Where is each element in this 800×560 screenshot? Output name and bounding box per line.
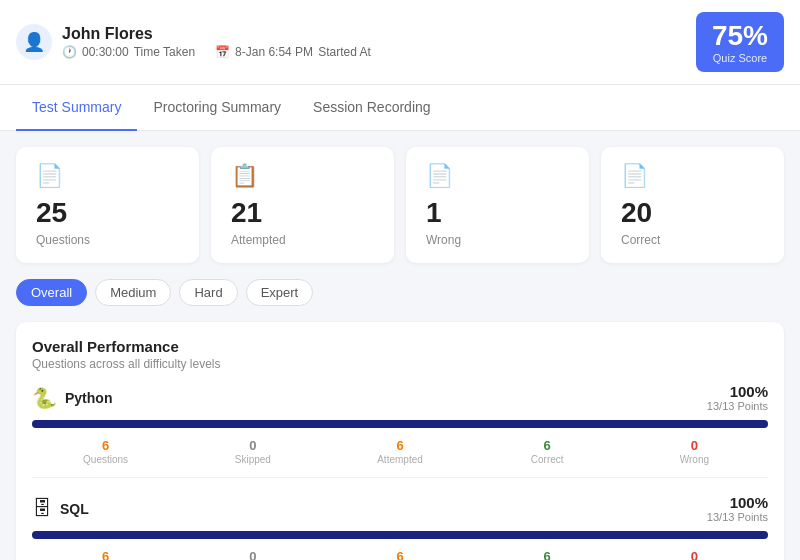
calendar-icon: 📅 xyxy=(215,45,230,59)
wrong-number: 1 xyxy=(426,197,569,229)
sql-name: SQL xyxy=(60,501,89,517)
python-correct-label: Correct xyxy=(474,454,621,465)
tab-session-recording[interactable]: Session Recording xyxy=(297,85,447,131)
user-info: 👤 John Flores 🕐 00:30:00 Time Taken 📅 8-… xyxy=(16,24,371,60)
stat-card-wrong: 📄 1 Wrong xyxy=(406,147,589,263)
attempted-label: Attempted xyxy=(231,233,374,247)
subject-sql-right: 100% 13/13 Points xyxy=(707,494,768,523)
python-stat-correct: 6 Correct xyxy=(474,438,621,465)
python-stat-attempted: 6 Attempted xyxy=(326,438,473,465)
performance-title: Overall Performance xyxy=(32,338,768,355)
python-stat-skipped: 0 Skipped xyxy=(179,438,326,465)
subject-python-header: 🐍 Python 100% 13/13 Points xyxy=(32,383,768,412)
filter-hard[interactable]: Hard xyxy=(179,279,237,306)
correct-number: 20 xyxy=(621,197,764,229)
sql-stats: 6 Questions 0 Skipped 6 Attempted 6 Corr… xyxy=(32,549,768,560)
subject-sql-left: 🗄 SQL xyxy=(32,497,89,520)
attempted-number: 21 xyxy=(231,197,374,229)
subject-sql-header: 🗄 SQL 100% 13/13 Points xyxy=(32,494,768,523)
tabs: Test Summary Proctoring Summary Session … xyxy=(0,85,800,131)
subject-python: 🐍 Python 100% 13/13 Points 6 Questions 0 xyxy=(32,383,768,478)
sql-skipped-val: 0 xyxy=(179,549,326,560)
started-at-value: 8-Jan 6:54 PM xyxy=(235,45,313,59)
sql-stat-wrong: 0 Wrong xyxy=(621,549,768,560)
python-wrong-label: Wrong xyxy=(621,454,768,465)
python-progress-bg xyxy=(32,420,768,428)
python-attempted-val: 6 xyxy=(326,438,473,453)
sql-stat-questions: 6 Questions xyxy=(32,549,179,560)
sql-correct-val: 6 xyxy=(474,549,621,560)
python-correct-val: 6 xyxy=(474,438,621,453)
started-at: 📅 8-Jan 6:54 PM Started At xyxy=(215,45,371,59)
python-questions-val: 6 xyxy=(32,438,179,453)
main-content: 📄 25 Questions 📋 21 Attempted 📄 1 Wrong … xyxy=(0,131,800,560)
time-taken-label: Time Taken xyxy=(134,45,195,59)
wrong-label: Wrong xyxy=(426,233,569,247)
python-stat-questions: 6 Questions xyxy=(32,438,179,465)
quiz-score-label: Quiz Score xyxy=(712,52,768,64)
sql-progress-fill xyxy=(32,531,768,539)
tab-proctoring-summary[interactable]: Proctoring Summary xyxy=(137,85,297,131)
subject-python-left: 🐍 Python xyxy=(32,386,112,410)
python-questions-label: Questions xyxy=(32,454,179,465)
questions-number: 25 xyxy=(36,197,179,229)
sql-progress-bg xyxy=(32,531,768,539)
meta-info: 🕐 00:30:00 Time Taken 📅 8-Jan 6:54 PM St… xyxy=(62,45,371,59)
stat-card-attempted: 📋 21 Attempted xyxy=(211,147,394,263)
sql-wrong-val: 0 xyxy=(621,549,768,560)
sql-stat-attempted: 6 Attempted xyxy=(326,549,473,560)
sql-stat-correct: 6 Correct xyxy=(474,549,621,560)
user-name: John Flores xyxy=(62,25,371,43)
time-taken: 🕐 00:30:00 Time Taken xyxy=(62,45,195,59)
sql-pct: 100% xyxy=(707,494,768,511)
python-skipped-label: Skipped xyxy=(179,454,326,465)
attempted-icon: 📋 xyxy=(231,163,374,189)
header: 👤 John Flores 🕐 00:30:00 Time Taken 📅 8-… xyxy=(0,0,800,85)
tab-test-summary[interactable]: Test Summary xyxy=(16,85,137,131)
performance-section: Overall Performance Questions across all… xyxy=(16,322,784,560)
python-stat-wrong: 0 Wrong xyxy=(621,438,768,465)
sql-questions-val: 6 xyxy=(32,549,179,560)
sql-icon: 🗄 xyxy=(32,497,52,520)
filter-overall[interactable]: Overall xyxy=(16,279,87,306)
time-taken-value: 00:30:00 xyxy=(82,45,129,59)
python-attempted-label: Attempted xyxy=(326,454,473,465)
user-details: John Flores 🕐 00:30:00 Time Taken 📅 8-Ja… xyxy=(62,25,371,59)
questions-label: Questions xyxy=(36,233,179,247)
stat-cards: 📄 25 Questions 📋 21 Attempted 📄 1 Wrong … xyxy=(16,147,784,263)
python-wrong-val: 0 xyxy=(621,438,768,453)
quiz-score-pct: 75% xyxy=(712,20,768,52)
clock-icon: 🕐 xyxy=(62,45,77,59)
python-stats: 6 Questions 0 Skipped 6 Attempted 6 Corr… xyxy=(32,438,768,465)
filter-pills: Overall Medium Hard Expert xyxy=(16,279,784,306)
correct-label: Correct xyxy=(621,233,764,247)
filter-expert[interactable]: Expert xyxy=(246,279,314,306)
python-name: Python xyxy=(65,390,112,406)
subject-sql: 🗄 SQL 100% 13/13 Points 6 Questions 0 xyxy=(32,494,768,560)
correct-icon: 📄 xyxy=(621,163,764,189)
python-icon: 🐍 xyxy=(32,386,57,410)
python-skipped-val: 0 xyxy=(179,438,326,453)
sql-attempted-val: 6 xyxy=(326,549,473,560)
quiz-score-badge: 75% Quiz Score xyxy=(696,12,784,72)
python-progress-fill xyxy=(32,420,768,428)
avatar: 👤 xyxy=(16,24,52,60)
python-pct: 100% xyxy=(707,383,768,400)
sql-stat-skipped: 0 Skipped xyxy=(179,549,326,560)
sql-pts: 13/13 Points xyxy=(707,511,768,523)
wrong-icon: 📄 xyxy=(426,163,569,189)
filter-medium[interactable]: Medium xyxy=(95,279,171,306)
performance-subtitle: Questions across all difficulty levels xyxy=(32,357,768,371)
python-pts: 13/13 Points xyxy=(707,400,768,412)
stat-card-questions: 📄 25 Questions xyxy=(16,147,199,263)
questions-icon: 📄 xyxy=(36,163,179,189)
stat-card-correct: 📄 20 Correct xyxy=(601,147,784,263)
subject-python-right: 100% 13/13 Points xyxy=(707,383,768,412)
started-at-label: Started At xyxy=(318,45,371,59)
